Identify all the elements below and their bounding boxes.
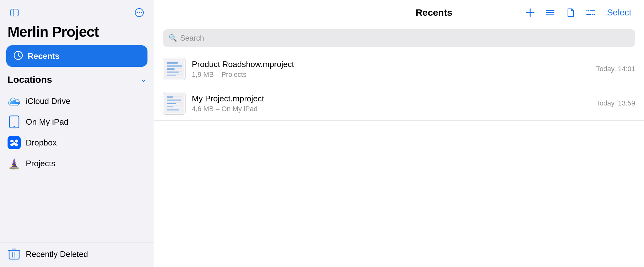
sidebar: Merlin Project Recents Locations ⌄ — [0, 0, 154, 267]
sidebar-panel-icon — [10, 8, 19, 17]
search-bar-container: 🔍 Search — [154, 24, 644, 52]
search-bar[interactable]: 🔍 Search — [163, 29, 635, 47]
dropbox-label: Dropbox — [26, 138, 57, 148]
svg-rect-46 — [167, 106, 173, 107]
recents-button[interactable]: Recents — [6, 45, 147, 67]
svg-point-12 — [12, 165, 14, 166]
search-placeholder: Search — [180, 34, 204, 43]
file-meta-1: 1,9 MB – Projects — [192, 71, 590, 79]
sidebar-item-icloud[interactable]: iCloud Drive — [8, 91, 146, 111]
svg-rect-44 — [167, 99, 181, 101]
file-name-2: My Project.mproject — [192, 94, 590, 104]
file-name-1: Product Roadshow.mproject — [192, 60, 590, 69]
app-title: Merlin Project — [0, 22, 154, 45]
recents-clock-icon — [13, 50, 23, 62]
sidebar-panel-button[interactable] — [8, 6, 21, 20]
file-item-1[interactable]: Product Roadshow.mproject 1,9 MB – Proje… — [154, 52, 644, 86]
svg-point-30 — [591, 14, 593, 15]
list-icon — [545, 8, 555, 18]
doc-icon — [565, 8, 575, 18]
svg-text:Projects: Projects — [10, 167, 19, 170]
add-button[interactable] — [524, 6, 536, 19]
ipad-label: On My iPad — [26, 117, 69, 127]
select-button[interactable]: Select — [604, 6, 634, 19]
file-info-1: Product Roadshow.mproject 1,9 MB – Proje… — [192, 60, 590, 79]
sidebar-top-bar — [0, 0, 154, 22]
svg-point-25 — [546, 12, 547, 13]
file-date-1: Today, 14:01 — [596, 65, 635, 73]
sidebar-item-projects[interactable]: Projects Projects — [8, 153, 146, 174]
file-date-2: Today, 13:59 — [596, 99, 635, 107]
file-item-2[interactable]: My Project.mproject 4,6 MB – On My iPad … — [154, 86, 644, 121]
svg-rect-43 — [167, 96, 173, 98]
search-icon: 🔍 — [169, 34, 177, 42]
page-title: Recents — [416, 7, 452, 18]
recently-deleted-label: Recently Deleted — [26, 249, 88, 259]
more-options-button[interactable] — [132, 6, 146, 20]
locations-title: Locations — [8, 74, 52, 85]
projects-icon: Projects — [8, 157, 21, 170]
svg-point-13 — [15, 163, 16, 164]
ellipsis-circle-icon — [135, 8, 144, 17]
dropbox-icon — [8, 136, 21, 149]
filter-button[interactable] — [584, 6, 597, 19]
svg-rect-33 — [167, 65, 182, 67]
ipad-icon — [8, 115, 21, 128]
svg-point-4 — [139, 12, 140, 13]
sidebar-item-recently-deleted[interactable]: Recently Deleted — [0, 242, 154, 267]
svg-rect-34 — [167, 68, 175, 70]
locations-header: Locations ⌄ — [8, 74, 146, 85]
list-view-button[interactable] — [544, 6, 557, 19]
file-list: Product Roadshow.mproject 1,9 MB – Proje… — [154, 52, 644, 267]
sidebar-item-dropbox[interactable]: Dropbox — [8, 132, 146, 153]
svg-point-29 — [588, 10, 590, 12]
svg-point-3 — [137, 12, 138, 13]
svg-rect-45 — [167, 103, 176, 104]
file-thumbnail-2 — [163, 92, 186, 115]
svg-rect-35 — [167, 71, 179, 73]
file-info-2: My Project.mproject 4,6 MB – On My iPad — [192, 94, 590, 113]
icloud-icon — [8, 94, 21, 108]
header-actions: Select — [524, 6, 634, 19]
sidebar-item-ipad[interactable]: On My iPad — [8, 111, 146, 132]
filter-icon — [586, 8, 596, 18]
header-center: Recents — [344, 7, 524, 18]
main-content: Recents — [154, 0, 644, 267]
file-thumbnail-1 — [163, 58, 186, 80]
svg-point-26 — [546, 14, 547, 15]
svg-rect-0 — [11, 9, 18, 16]
svg-rect-32 — [167, 62, 178, 64]
svg-point-5 — [141, 12, 142, 13]
file-meta-2: 4,6 MB – On My iPad — [192, 105, 590, 113]
icloud-label: iCloud Drive — [26, 96, 70, 106]
svg-line-8 — [18, 55, 20, 57]
svg-rect-47 — [167, 109, 179, 111]
trash-icon — [8, 247, 21, 261]
svg-rect-36 — [167, 75, 176, 76]
svg-point-10 — [14, 126, 15, 127]
locations-section: Locations ⌄ iCloud Drive — [0, 74, 154, 174]
main-header: Recents — [154, 0, 644, 24]
svg-point-24 — [546, 10, 547, 11]
chevron-down-icon[interactable]: ⌄ — [141, 76, 146, 84]
plus-icon — [525, 8, 535, 18]
recents-label: Recents — [28, 51, 59, 61]
projects-label: Projects — [26, 159, 55, 168]
doc-view-button[interactable] — [564, 6, 577, 19]
